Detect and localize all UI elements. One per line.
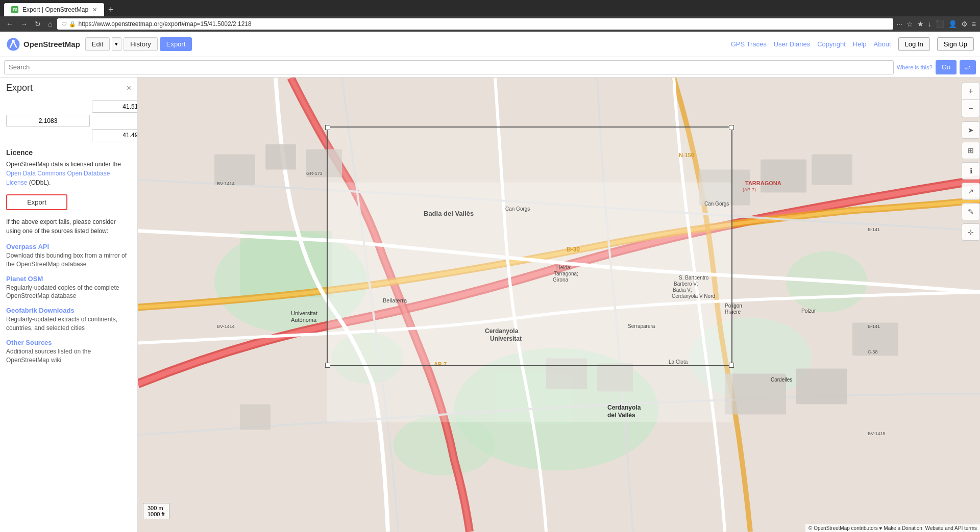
coord-south-input[interactable] — [92, 129, 138, 141]
svg-text:Badia V;: Badia V; — [673, 287, 692, 293]
svg-rect-18 — [796, 369, 847, 404]
search-bar: Where is this? Go ⇌ — [0, 57, 980, 78]
account-icon[interactable]: 👤 — [948, 20, 957, 28]
attribution: © OpenStreetMap contributors ♥ Make a Do… — [805, 524, 980, 532]
scale-line2: 1000 ft — [148, 511, 165, 517]
planet-osm-link[interactable]: Planet OSM — [6, 275, 131, 283]
settings-icon[interactable]: ⚙ — [961, 20, 968, 28]
svg-text:La Clota: La Clota — [669, 359, 688, 365]
login-button[interactable]: Log In — [898, 37, 930, 51]
scale-bar: 300 m 1000 ft — [143, 503, 169, 519]
lock-icon: 🔒 — [69, 21, 76, 28]
svg-text:(AP-7): (AP-7) — [743, 187, 756, 192]
svg-text:Can Gorgs: Can Gorgs — [505, 206, 530, 212]
odbl-link[interactable]: Open Data Commons Open Database License — [6, 170, 110, 186]
coord-west-input[interactable] — [6, 115, 90, 127]
panel-header: Export × — [6, 83, 131, 93]
svg-text:BV-1415: BV-1415 — [868, 431, 886, 436]
layers-button[interactable]: ⊞ — [962, 142, 980, 159]
svg-text:Cerdanyola: Cerdanyola — [485, 327, 519, 335]
locate-button[interactable]: ➤ — [962, 121, 980, 139]
svg-text:Serraparera: Serraparera — [628, 323, 655, 329]
svg-text:B-141: B-141 — [868, 324, 880, 329]
copyright-link[interactable]: Copyright — [817, 40, 846, 48]
svg-text:Cerdanyola: Cerdanyola — [607, 404, 641, 411]
export-button[interactable]: Export — [160, 37, 192, 51]
svg-text:B-30: B-30 — [567, 246, 580, 253]
other-sources-link[interactable]: Other Sources — [6, 339, 131, 346]
directions-button[interactable]: ⇌ — [960, 60, 976, 74]
share-button[interactable]: ↗ — [962, 183, 980, 200]
svg-point-1 — [12, 39, 15, 42]
where-is-this-link[interactable]: Where is this? — [897, 64, 933, 70]
signup-button[interactable]: Sign Up — [937, 37, 974, 51]
note-button[interactable]: ✎ — [962, 203, 980, 220]
overpass-api-desc: Download this bounding box from a mirror… — [6, 251, 131, 269]
export-data-button[interactable]: Export — [6, 194, 67, 210]
reload-button[interactable]: ↻ — [33, 19, 43, 29]
svg-text:BV-1414: BV-1414 — [217, 181, 235, 186]
svg-text:Cordelles: Cordelles — [771, 377, 792, 383]
coordinate-grid — [6, 100, 131, 141]
history-button[interactable]: History — [124, 37, 157, 51]
geofabrik-link[interactable]: Geofabrik Downloads — [6, 307, 131, 314]
user-diaries-link[interactable]: User Diaries — [774, 40, 811, 48]
edit-button[interactable]: Edit — [85, 37, 110, 51]
menu-icon[interactable]: ≡ — [972, 20, 976, 28]
new-tab-button[interactable]: + — [104, 3, 117, 16]
svg-text:Cerdanyola V Nord: Cerdanyola V Nord — [672, 293, 715, 299]
bookmark-icon[interactable]: ☆ — [906, 20, 913, 28]
download-icon[interactable]: ↓ — [928, 20, 932, 28]
svg-text:C-58: C-58 — [868, 349, 878, 354]
svg-text:Badia del Vallès: Badia del Vallès — [424, 210, 474, 217]
svg-rect-15 — [761, 160, 806, 193]
svg-text:Universitat: Universitat — [490, 335, 522, 342]
svg-rect-16 — [812, 155, 852, 185]
zoom-in-button[interactable]: + — [962, 83, 980, 100]
browser-tab[interactable]: 🗺 Export | OpenStreetMap ✕ — [4, 3, 104, 16]
edit-dropdown-button[interactable]: ▾ — [112, 37, 121, 51]
address-bar[interactable]: 🛡 🔒 https://www.openstreetmap.org/export… — [57, 18, 893, 30]
query-button[interactable]: ⊹ — [962, 223, 980, 241]
svg-text:Tarragona;: Tarragona; — [554, 271, 578, 276]
go-button[interactable]: Go — [936, 60, 957, 74]
svg-rect-11 — [214, 155, 255, 185]
map-background: Badia del Vallès Bellaterra Cerdanyola U… — [138, 78, 980, 532]
osm-logo-icon — [6, 37, 20, 52]
forward-button[interactable]: → — [18, 19, 30, 29]
licence-title: Licence — [6, 148, 131, 157]
licence-text: OpenStreetMap data is licensed under the… — [6, 160, 131, 187]
home-button[interactable]: ⌂ — [46, 19, 54, 29]
sources-list: Overpass API Download this bounding box … — [6, 243, 131, 364]
search-input[interactable] — [4, 60, 894, 74]
gps-traces-link[interactable]: GPS Traces — [731, 40, 767, 48]
panel-title: Export — [6, 83, 33, 93]
svg-rect-12 — [265, 144, 296, 170]
osm-nav-buttons: Edit ▾ History Export — [85, 37, 192, 51]
osm-logo-text: OpenStreetMap — [23, 40, 80, 48]
more-tools-icon[interactable]: ··· — [896, 20, 902, 28]
svg-text:Autònoma: Autònoma — [291, 317, 317, 323]
geofabrik-desc: Regularly-updated extracts of continents… — [6, 315, 131, 333]
info-button[interactable]: ℹ — [962, 162, 980, 180]
map-area[interactable]: Badia del Vallès Bellaterra Cerdanyola U… — [138, 78, 980, 532]
overpass-api-link[interactable]: Overpass API — [6, 243, 131, 250]
panel-close-button[interactable]: × — [127, 84, 131, 93]
about-link[interactable]: About — [874, 40, 891, 48]
extensions-icon[interactable]: ⬛ — [936, 20, 944, 28]
svg-text:GR-173: GR-173 — [306, 171, 323, 176]
tab-close-button[interactable]: ✕ — [92, 7, 97, 13]
svg-text:Riviere: Riviere — [725, 309, 741, 315]
help-link[interactable]: Help — [853, 40, 867, 48]
main-layout: Export × Licence OpenStreetMap data is l… — [0, 78, 980, 532]
coord-north-input[interactable] — [92, 100, 138, 113]
svg-text:Girona: Girona — [553, 277, 568, 283]
scale-line1: 300 m — [148, 505, 165, 511]
zoom-out-button[interactable]: − — [962, 100, 980, 117]
licence-text-suffix: (ODbL). — [27, 179, 51, 186]
secure-icon: 🛡 — [61, 21, 67, 27]
back-button[interactable]: ← — [4, 19, 15, 29]
star-icon[interactable]: ★ — [917, 20, 924, 28]
svg-text:Lleida;: Lleida; — [556, 265, 571, 270]
osm-logo[interactable]: OpenStreetMap — [6, 37, 80, 52]
